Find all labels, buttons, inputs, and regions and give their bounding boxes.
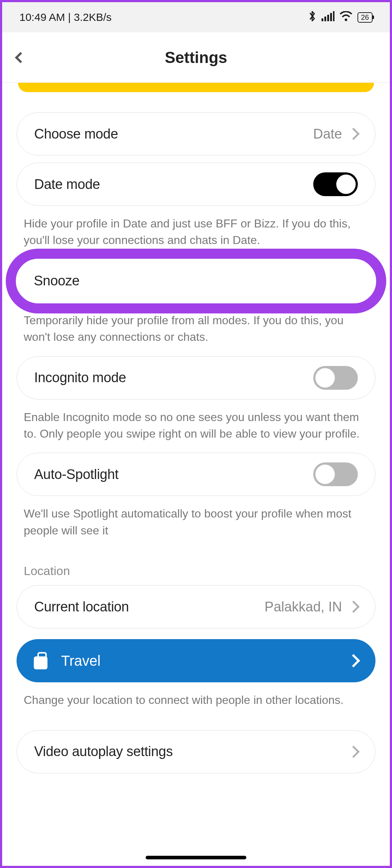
signal-icon [322, 11, 334, 24]
incognito-row[interactable]: Incognito mode [17, 356, 375, 399]
svg-rect-3 [330, 13, 332, 21]
choose-mode-row[interactable]: Choose mode Date [17, 112, 375, 155]
travel-row[interactable]: Travel [17, 639, 375, 682]
travel-desc: Change your location to connect with peo… [17, 690, 375, 719]
snooze-row[interactable]: Snooze [17, 259, 375, 303]
chevron-right-icon [347, 128, 360, 140]
incognito-toggle[interactable] [313, 366, 358, 390]
svg-rect-0 [322, 18, 323, 21]
date-mode-label: Date mode [34, 177, 100, 192]
status-right: 26 [308, 10, 373, 25]
home-indicator[interactable] [146, 856, 246, 859]
auto-spotlight-desc: We'll use Spotlight automatically to boo… [17, 503, 375, 550]
banner-strip [18, 83, 374, 92]
auto-spotlight-label: Auto-Spotlight [34, 467, 119, 482]
date-mode-toggle[interactable] [313, 172, 358, 196]
page-title: Settings [165, 49, 227, 67]
auto-spotlight-toggle[interactable] [313, 462, 358, 486]
current-location-label: Current location [34, 599, 129, 615]
current-location-row[interactable]: Current location Palakkad, IN [17, 585, 375, 628]
chevron-right-icon [347, 601, 360, 613]
battery-icon: 26 [357, 12, 373, 23]
current-location-value: Palakkad, IN [265, 599, 342, 615]
settings-content: Choose mode Date Date mode Hide your pro… [2, 83, 390, 866]
wifi-icon [339, 11, 352, 24]
header-bar: Settings [2, 32, 390, 83]
luggage-icon [34, 652, 47, 669]
snooze-desc: Temporarily hide your profile from all m… [17, 310, 375, 356]
chevron-left-icon [15, 52, 26, 63]
incognito-label: Incognito mode [34, 370, 126, 385]
bluetooth-icon [308, 10, 316, 25]
travel-label: Travel [61, 653, 349, 669]
chevron-right-icon [347, 746, 360, 758]
video-autoplay-row[interactable]: Video autoplay settings [17, 730, 375, 773]
date-mode-row[interactable]: Date mode [17, 163, 375, 206]
svg-rect-2 [327, 15, 329, 21]
status-bar: 10:49 AM | 3.2KB/s 26 [2, 2, 390, 32]
back-button[interactable] [17, 54, 24, 62]
svg-rect-1 [324, 17, 326, 21]
date-mode-desc: Hide your profile in Date and just use B… [17, 213, 375, 259]
svg-point-5 [345, 18, 347, 21]
location-section-label: Location [17, 550, 375, 585]
incognito-desc: Enable Incognito mode so no one sees you… [17, 407, 375, 453]
auto-spotlight-row[interactable]: Auto-Spotlight [17, 453, 375, 496]
video-autoplay-label: Video autoplay settings [34, 744, 173, 759]
chevron-right-icon [347, 654, 360, 668]
choose-mode-label: Choose mode [34, 126, 118, 142]
snooze-label: Snooze [34, 273, 79, 289]
status-time: 10:49 AM | 3.2KB/s [19, 11, 111, 23]
choose-mode-value: Date [313, 126, 342, 142]
svg-rect-4 [333, 11, 334, 21]
